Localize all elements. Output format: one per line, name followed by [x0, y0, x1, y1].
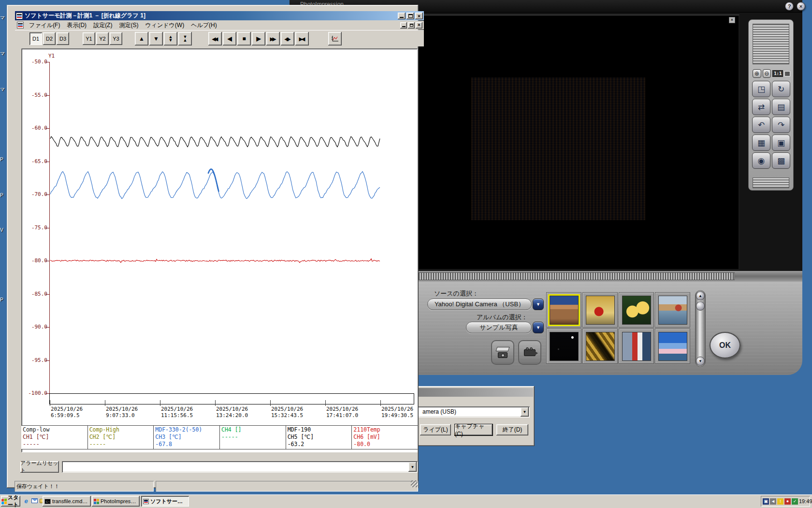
y-tick-mark — [45, 194, 49, 195]
thumbnail-desert-spires[interactable] — [546, 292, 581, 328]
outlook-express-icon[interactable] — [30, 497, 38, 505]
y-tick-label: -75.0 — [21, 224, 47, 231]
thumbnail-sky-clouds[interactable] — [655, 329, 690, 364]
start-button[interactable]: スタート — [1, 496, 20, 507]
camera-icon[interactable]: ◉ — [752, 152, 770, 169]
alert-tray-icon[interactable]: ! — [777, 498, 783, 505]
close-button[interactable]: × — [797, 2, 805, 11]
cardinal-bird-image — [586, 296, 615, 325]
menu-item-表示[interactable]: 表示(D) — [63, 21, 90, 30]
dialog-titlebar[interactable] — [412, 388, 533, 397]
one-to-one-label: 1:1 — [772, 70, 783, 77]
step-back-icon[interactable]: ◀ — [223, 32, 236, 45]
scroll-up-icon[interactable]: ▲ — [135, 32, 148, 45]
dialog-button-ライブ[interactable]: ライブ(L) — [420, 424, 451, 435]
thumbnail-yellow-flowers[interactable] — [619, 292, 654, 328]
redo-icon[interactable]: ↷ — [772, 117, 790, 133]
taskbar-task-cmd[interactable]: C:\transfile.cmd へのショート... — [43, 496, 91, 507]
scrollbar-thumb[interactable] — [696, 301, 705, 311]
album-select-label: アルバムの選択： — [477, 313, 528, 322]
toolbar-button-D3[interactable]: D3 — [57, 32, 69, 45]
toolbar-button-D2[interactable]: D2 — [43, 32, 56, 45]
taskbar-task-softthermo[interactable]: ソフトサーモ E830 — [141, 496, 189, 507]
album-select-dropdown[interactable]: サンプル写真 — [466, 322, 532, 333]
internet-explorer-icon[interactable]: e — [22, 497, 30, 505]
combo-dropdown-arrow-icon[interactable]: ▼ — [521, 407, 529, 417]
toolbar-button-Y2[interactable]: Y2 — [96, 32, 109, 45]
y-tick-label: -95.0 — [21, 357, 47, 363]
fast-forward-icon[interactable]: ▶▶ — [266, 32, 280, 45]
expand-vertical-icon[interactable]: ▲▼ — [164, 32, 177, 45]
undo-icon[interactable]: ↶ — [752, 117, 770, 133]
expand-horizontal-icon[interactable]: ◀▶ — [281, 32, 294, 45]
statusbar-panel — [156, 481, 418, 492]
step-forward-icon[interactable]: ▶ — [252, 32, 265, 45]
maximize-icon[interactable] — [406, 13, 414, 19]
preview-close-icon[interactable]: × — [729, 17, 735, 23]
taskbar-task-photoimpression[interactable]: PhotoImpression 2000 — [92, 496, 140, 507]
compress-horizontal-icon[interactable]: ▶◀ — [295, 32, 309, 45]
display-tray-icon[interactable]: ▣ — [763, 498, 769, 505]
frame-icon[interactable]: ▣ — [772, 134, 790, 151]
menu-item-測定[interactable]: 測定(S) — [116, 21, 142, 30]
scroll-down-icon[interactable]: ▼ — [696, 357, 705, 366]
source-select-dropdown[interactable]: Yahoo! Digital Camera （USB） — [427, 299, 532, 310]
legend-cell-CH1: Comp-lowCH1 [℃]----- — [21, 426, 87, 449]
thumbnail-night-sky[interactable] — [546, 329, 581, 364]
status-green-tray-icon[interactable]: ✓ — [792, 498, 798, 505]
window-titlebar[interactable]: ソフトサーモ計測－計測1 － [折れ線グラフ 1] × — [15, 11, 424, 20]
camera-icon — [498, 352, 508, 358]
y-tick-label: -50.0 — [21, 59, 47, 65]
status-red-tray-icon[interactable]: ● — [784, 498, 791, 505]
toolbar-button-D1[interactable]: D1 — [29, 32, 42, 45]
help-button[interactable]: ? — [785, 2, 794, 11]
rewind-icon[interactable]: ◀◀ — [208, 32, 222, 45]
scroll-up-icon[interactable]: ▲ — [696, 291, 705, 300]
toolbar-button-Y3[interactable]: Y3 — [110, 32, 122, 45]
alarm-combobox[interactable]: ▼ — [62, 461, 418, 473]
window-title: ソフトサーモ計測－計測1 － [折れ線グラフ 1] — [25, 12, 145, 20]
close-icon[interactable]: × — [415, 13, 423, 19]
thumbnail-lighthouse-ship[interactable] — [619, 329, 654, 364]
scanner-camera-button[interactable] — [491, 340, 514, 365]
copy-icon[interactable]: ▦ — [752, 134, 770, 151]
windows-logo-icon — [1, 498, 7, 504]
minimize-icon[interactable] — [398, 13, 406, 19]
alarm-dropdown-arrow-icon[interactable]: ▼ — [408, 462, 417, 472]
sky-clouds-image — [658, 332, 687, 361]
thumbnail-harbor-town[interactable] — [655, 292, 690, 328]
menu-item-設定[interactable]: 設定(Z) — [90, 21, 116, 30]
grid-icon[interactable]: ▩ — [772, 152, 790, 169]
rotate-icon[interactable]: ↻ — [772, 81, 790, 97]
video-camera-button[interactable] — [518, 340, 541, 365]
duplicate-page-icon[interactable]: ▤ — [772, 99, 790, 115]
scroll-down-icon[interactable]: ▼ — [149, 32, 163, 45]
x-tick-mark — [105, 400, 105, 406]
ok-button[interactable]: OK — [710, 332, 740, 359]
volume-tray-icon[interactable]: ◄ — [770, 498, 776, 505]
toolbar-button-Y1[interactable]: Y1 — [83, 32, 95, 45]
alarm-reset-button[interactable]: アラームリセット — [20, 461, 59, 473]
album-dropdown-arrow-icon[interactable]: ▼ — [533, 322, 544, 333]
graph-chart-icon[interactable] — [328, 32, 342, 45]
thumbnail-gold-weave[interactable] — [582, 329, 618, 364]
stop-icon[interactable]: ■ — [237, 32, 251, 45]
flip-horizontal-icon[interactable]: ⇄ — [752, 99, 770, 115]
compress-vertical-icon[interactable]: ▼▲ — [178, 32, 192, 45]
fit-icon[interactable]: ◳ — [752, 81, 770, 97]
source-dropdown-arrow-icon[interactable]: ▼ — [533, 299, 544, 310]
dialog-button-終了[interactable]: 終了(D) — [496, 424, 528, 435]
dialog-button-キャプチャ[interactable]: キャプチャ(C) — [455, 424, 493, 435]
thumbnail-cardinal-bird[interactable] — [582, 292, 618, 328]
mdi-minimize-icon[interactable] — [400, 22, 407, 29]
zoom-out-icon[interactable]: ⊖ — [763, 69, 771, 78]
mdi-restore-icon[interactable] — [408, 22, 415, 29]
menu-item-ウィンドウ[interactable]: ウィンドウ(W) — [142, 21, 188, 30]
menu-item-ヘルプ[interactable]: ヘルプ(H) — [188, 21, 220, 30]
thumbnail-scrollbar[interactable]: ▲ ▼ — [695, 290, 706, 367]
y-tick-label: -90.0 — [21, 324, 47, 330]
zoom-in-icon[interactable]: ⊕ — [753, 69, 761, 78]
resize-grip[interactable] — [411, 480, 418, 487]
mdi-close-icon[interactable]: × — [416, 22, 422, 29]
menu-item-ファイル[interactable]: ファイル(F) — [26, 21, 63, 30]
